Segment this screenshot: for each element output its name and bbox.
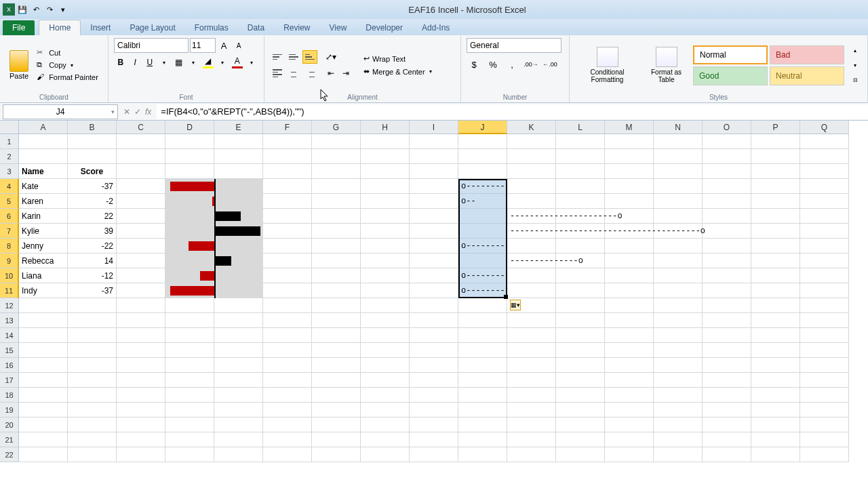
cell[interactable]: [263, 313, 312, 328]
row-header-14[interactable]: 14: [0, 328, 19, 343]
select-all-corner[interactable]: [0, 121, 19, 134]
cell[interactable]: [361, 164, 410, 179]
row-header-18[interactable]: 18: [0, 388, 19, 403]
cell[interactable]: [19, 298, 68, 313]
cell[interactable]: [263, 224, 312, 239]
cell[interactable]: [361, 388, 410, 403]
cell[interactable]: [605, 388, 654, 403]
cell[interactable]: [312, 239, 361, 253]
cell[interactable]: Indy: [19, 283, 68, 298]
cell[interactable]: [556, 194, 605, 209]
cell[interactable]: [214, 447, 263, 462]
tab-view[interactable]: View: [320, 20, 357, 35]
cell[interactable]: [312, 268, 361, 283]
cell[interactable]: [214, 343, 263, 358]
cell[interactable]: [800, 432, 849, 447]
styles-scroll-down-icon[interactable]: ▾: [848, 58, 862, 72]
cell[interactable]: [312, 403, 361, 418]
cell[interactable]: [312, 432, 361, 447]
cell[interactable]: [117, 343, 165, 358]
cell[interactable]: [800, 179, 849, 194]
cell[interactable]: [556, 298, 605, 313]
cell[interactable]: [605, 134, 654, 149]
row-header-13[interactable]: 13: [0, 313, 19, 328]
cell[interactable]: [703, 179, 751, 194]
col-header-E[interactable]: E: [214, 121, 263, 134]
cell[interactable]: [507, 447, 556, 462]
cell[interactable]: [458, 253, 507, 268]
cell[interactable]: [117, 358, 165, 373]
cell[interactable]: [68, 358, 117, 373]
cell[interactable]: [703, 343, 751, 358]
fill-color-button[interactable]: ◢: [201, 56, 215, 69]
name-box[interactable]: J4: [3, 104, 118, 119]
cell[interactable]: [703, 253, 751, 268]
cell[interactable]: [703, 239, 751, 253]
cell[interactable]: [312, 224, 361, 239]
cell[interactable]: [654, 253, 703, 268]
cell[interactable]: [703, 134, 751, 149]
border-more-icon[interactable]: ▾: [187, 56, 201, 69]
style-neutral[interactable]: Neutral: [770, 66, 844, 85]
cell[interactable]: [654, 432, 703, 447]
cell[interactable]: [361, 313, 410, 328]
cell[interactable]: [68, 388, 117, 403]
worksheet-grid[interactable]: ABCDEFGHIJKLMNOPQ 1234567891011121314151…: [0, 121, 868, 487]
cell[interactable]: [263, 268, 312, 283]
cell[interactable]: [703, 418, 751, 432]
cell[interactable]: [507, 388, 556, 403]
cell[interactable]: [751, 343, 800, 358]
col-header-D[interactable]: D: [165, 121, 214, 134]
tab-insert[interactable]: Insert: [81, 20, 120, 35]
cell[interactable]: Kylie: [19, 224, 68, 239]
cell[interactable]: [556, 447, 605, 462]
cell[interactable]: [361, 268, 410, 283]
cell[interactable]: [507, 268, 556, 283]
cell[interactable]: [556, 164, 605, 179]
cell[interactable]: [751, 388, 800, 403]
cell[interactable]: Liana: [19, 268, 68, 283]
col-header-M[interactable]: M: [605, 121, 654, 134]
cell[interactable]: -12: [68, 268, 117, 283]
cell[interactable]: [556, 134, 605, 149]
cell[interactable]: [410, 253, 458, 268]
cell[interactable]: [507, 343, 556, 358]
cell[interactable]: [263, 388, 312, 403]
cell[interactable]: [68, 149, 117, 164]
cell[interactable]: [117, 239, 165, 253]
cell[interactable]: [117, 194, 165, 209]
cell[interactable]: [654, 298, 703, 313]
tab-developer[interactable]: Developer: [356, 20, 412, 35]
cell[interactable]: [19, 134, 68, 149]
italic-button[interactable]: I: [129, 56, 142, 69]
cell[interactable]: [703, 298, 751, 313]
cell[interactable]: [117, 209, 165, 224]
cell[interactable]: [703, 403, 751, 418]
cell[interactable]: [19, 313, 68, 328]
cell[interactable]: [703, 328, 751, 343]
cell[interactable]: [605, 239, 654, 253]
bold-button[interactable]: B: [114, 56, 127, 69]
percent-button[interactable]: %: [486, 57, 500, 72]
cell[interactable]: [605, 343, 654, 358]
cell[interactable]: [605, 432, 654, 447]
row-header-8[interactable]: 8: [0, 239, 19, 253]
cell[interactable]: [263, 179, 312, 194]
cell[interactable]: [654, 134, 703, 149]
cell[interactable]: [263, 283, 312, 298]
cell[interactable]: [312, 283, 361, 298]
cell[interactable]: [556, 403, 605, 418]
column-headers[interactable]: ABCDEFGHIJKLMNOPQ: [19, 121, 849, 134]
enter-formula-icon[interactable]: ✓: [134, 107, 141, 117]
align-bottom-button[interactable]: [302, 50, 317, 64]
cell[interactable]: [800, 134, 849, 149]
comma-button[interactable]: ,: [505, 57, 519, 72]
col-header-B[interactable]: B: [68, 121, 117, 134]
row-header-21[interactable]: 21: [0, 432, 19, 447]
cell[interactable]: [410, 432, 458, 447]
cell[interactable]: [800, 224, 849, 239]
cell[interactable]: [751, 432, 800, 447]
font-name-select[interactable]: [114, 38, 189, 53]
cell[interactable]: [361, 149, 410, 164]
cell[interactable]: [507, 328, 556, 343]
